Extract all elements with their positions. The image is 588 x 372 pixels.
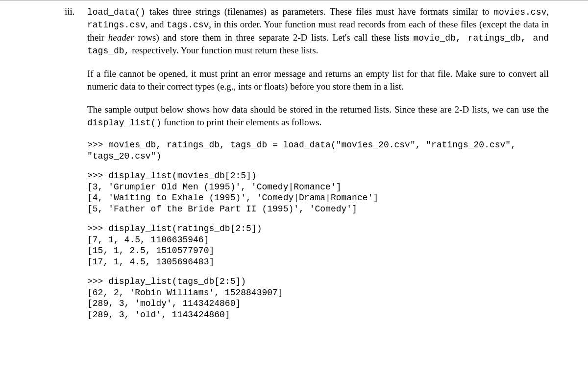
item-body: load_data() takes three strings (filenam… <box>87 5 549 329</box>
item-marker: iii. <box>64 5 87 18</box>
code-inline: display_list() <box>87 118 161 128</box>
text: The sample output below shows how data s… <box>87 104 549 115</box>
code-inline: ratings.csv <box>87 20 146 30</box>
text: , and <box>146 19 167 29</box>
document-page: iii. load_data() takes three strings (fi… <box>0 0 588 329</box>
paragraph-3: The sample output below shows how data s… <box>87 103 549 129</box>
code-block-tags: >>> display_list(tags_db[2:5]) [62, 2, '… <box>87 276 549 320</box>
text: takes three strings (filenames) as param… <box>146 6 493 17</box>
list-item: iii. load_data() takes three strings (fi… <box>64 5 549 329</box>
text: function to print their elements as foll… <box>161 117 321 127</box>
paragraph-2: If a file cannot be opened, it must prin… <box>87 68 549 93</box>
code-inline: load_data() <box>87 7 146 17</box>
text: respectively. Your function must return … <box>129 45 318 55</box>
code-inline: tags.csv <box>167 20 209 30</box>
code-inline: movies.csv <box>493 7 546 17</box>
text: , <box>546 6 549 17</box>
code-block-ratings: >>> display_list(ratings_db[2:5]) [7, 1,… <box>87 223 549 267</box>
code-block-movies: >>> display_list(movies_db[2:5]) [3, 'Gr… <box>87 170 549 214</box>
code-block-load: >>> movies_db, ratings_db, tags_db = loa… <box>87 140 549 162</box>
text: rows) and store them in three separate 2… <box>134 32 414 43</box>
italic-text: header <box>108 32 134 43</box>
paragraph-1: load_data() takes three strings (filenam… <box>87 5 549 57</box>
